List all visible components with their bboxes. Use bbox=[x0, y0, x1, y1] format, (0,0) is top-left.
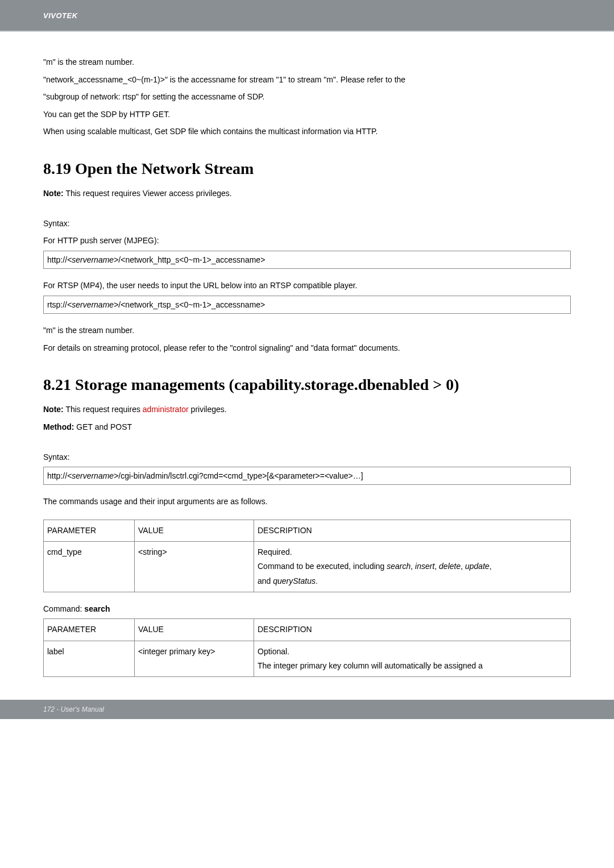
note-821: Note: This request requires administrato… bbox=[43, 402, 571, 417]
cell-param: cmd_type bbox=[44, 542, 135, 592]
usage-line: The commands usage and their input argum… bbox=[43, 494, 571, 509]
desc-l1: Required. bbox=[258, 547, 292, 556]
heading-819: 8.19 Open the Network Stream bbox=[43, 160, 571, 178]
intro-p5: When using scalable multicast, Get SDP f… bbox=[43, 124, 571, 139]
details-line: For details on streaming protocol, pleas… bbox=[43, 340, 571, 356]
cmd-bold: search bbox=[84, 604, 110, 613]
header-band: VIVOTEK bbox=[0, 0, 614, 32]
th-description: DESCRIPTION bbox=[254, 619, 571, 641]
note-label-821: Note: bbox=[43, 405, 64, 414]
url-prefix-821: http:// bbox=[47, 471, 67, 480]
syntax-label-819: Syntax: bbox=[43, 216, 571, 231]
mjpeg-url-prefix: http:// bbox=[47, 255, 67, 264]
note-post: privileges. bbox=[189, 405, 227, 414]
desc-l3b: . bbox=[316, 576, 318, 585]
footer-band: 172 - User's Manual bbox=[0, 700, 614, 719]
c2: , bbox=[434, 562, 439, 571]
url-server-821: <servername> bbox=[67, 471, 118, 480]
page-content: "m" is the stream number. "network_acces… bbox=[0, 32, 614, 677]
cmd-pre: Command: bbox=[43, 604, 84, 613]
table-row: cmd_type <string> Required. Command to b… bbox=[44, 542, 571, 592]
note-admin: administrator bbox=[143, 405, 189, 414]
intro-p4: You can get the SDP by HTTP GET. bbox=[43, 107, 571, 122]
desc-l1: Optional. bbox=[258, 647, 289, 656]
c4: , bbox=[489, 562, 492, 571]
desc-insert: insert bbox=[415, 562, 434, 571]
intro-p2: "network_accessname_<0~(m-1)>" is the ac… bbox=[43, 72, 571, 88]
table-header-row: PARAMETER VALUE DESCRIPTION bbox=[44, 619, 571, 641]
heading-821: 8.21 Storage managements (capability.sto… bbox=[43, 376, 571, 394]
mjpeg-url-rest: /<network_http_s<0~m-1>_accessname> bbox=[118, 255, 265, 264]
table-row: label <integer primary key> Optional. Th… bbox=[44, 641, 571, 676]
mjpeg-url-box: http://<servername>/<network_http_s<0~m-… bbox=[43, 251, 571, 269]
note-819: Note: This request requires Viewer acces… bbox=[43, 186, 571, 201]
mjpeg-line: For HTTP push server (MJPEG): bbox=[43, 233, 571, 248]
rtsp-line: For RTSP (MP4), the user needs to input … bbox=[43, 278, 571, 293]
rtsp-url-server: <servername> bbox=[67, 300, 118, 309]
rtsp-url-prefix: rtsp:// bbox=[47, 300, 67, 309]
th-parameter: PARAMETER bbox=[44, 619, 135, 641]
lsctrl-url-box: http://<servername>/cgi-bin/admin/lsctrl… bbox=[43, 467, 571, 485]
cell-desc: Optional. The integer primary key column… bbox=[254, 641, 571, 676]
syntax-label-821: Syntax: bbox=[43, 450, 571, 465]
rtsp-url-box: rtsp://<servername>/<network_rtsp_s<0~m-… bbox=[43, 296, 571, 314]
cell-value: <string> bbox=[135, 542, 254, 592]
rtsp-url-rest: /<network_rtsp_s<0~m-1>_accessname> bbox=[118, 300, 265, 309]
cell-value: <integer primary key> bbox=[135, 641, 254, 676]
th-value: VALUE bbox=[135, 520, 254, 542]
intro-p3: "subgroup of network: rtsp" for setting … bbox=[43, 89, 571, 105]
desc-l2a: Command to be executed, including bbox=[258, 562, 387, 571]
desc-qs: queryStatus bbox=[273, 576, 316, 585]
url-rest-821: /cgi-bin/admin/lsctrl.cgi?cmd=<cmd_type>… bbox=[118, 471, 363, 480]
desc-delete: delete bbox=[439, 562, 460, 571]
command-search-label: Command: search bbox=[43, 601, 571, 617]
method-label: Method: bbox=[43, 422, 74, 431]
brand-logo: VIVOTEK bbox=[43, 11, 78, 20]
method-text: GET and POST bbox=[74, 422, 132, 431]
cmd-type-table: PARAMETER VALUE DESCRIPTION cmd_type <st… bbox=[43, 520, 571, 592]
intro-p1: "m" is the stream number. bbox=[43, 55, 571, 70]
note-text: This request requires Viewer access priv… bbox=[64, 189, 232, 198]
table-header-row: PARAMETER VALUE DESCRIPTION bbox=[44, 520, 571, 542]
desc-l2: The integer primary key column will auto… bbox=[258, 661, 483, 670]
desc-update: update bbox=[465, 562, 489, 571]
c1: , bbox=[410, 562, 415, 571]
mjpeg-url-server: <servername> bbox=[67, 255, 118, 264]
th-description: DESCRIPTION bbox=[254, 520, 571, 542]
th-parameter: PARAMETER bbox=[44, 520, 135, 542]
method-line: Method: GET and POST bbox=[43, 420, 571, 435]
note-pre: This request requires bbox=[64, 405, 143, 414]
th-value: VALUE bbox=[135, 619, 254, 641]
desc-l3a: and bbox=[258, 576, 273, 585]
cell-desc: Required. Command to be executed, includ… bbox=[254, 542, 571, 592]
m-line-819: "m" is the stream number. bbox=[43, 323, 571, 338]
note-label: Note: bbox=[43, 189, 64, 198]
footer-page: 172 - User's Manual bbox=[43, 705, 104, 713]
search-table: PARAMETER VALUE DESCRIPTION label <integ… bbox=[43, 618, 571, 677]
desc-search: search bbox=[387, 562, 410, 571]
cell-param: label bbox=[44, 641, 135, 676]
c3: , bbox=[460, 562, 465, 571]
